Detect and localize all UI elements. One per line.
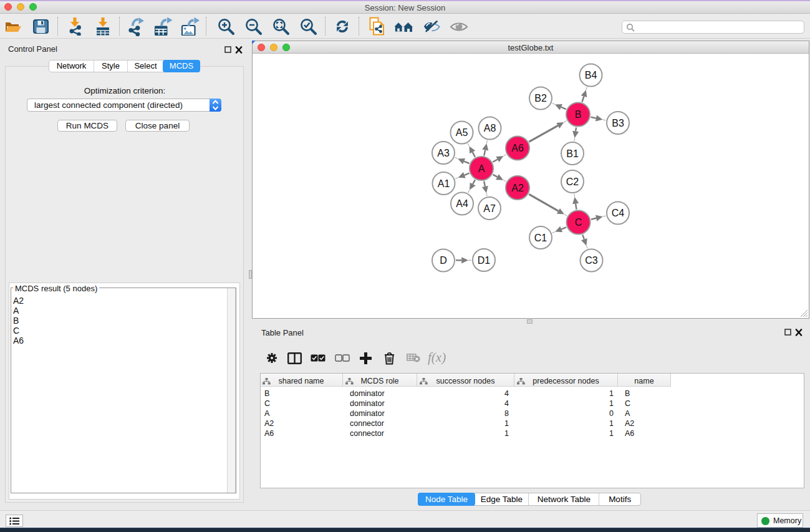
svg-text:B: B <box>575 109 582 120</box>
svg-text:A4: A4 <box>456 198 468 209</box>
svg-text:D: D <box>440 255 447 266</box>
svg-text:C: C <box>575 217 582 228</box>
svg-text:A2: A2 <box>511 183 524 193</box>
svg-text:C3: C3 <box>585 255 598 266</box>
svg-text:A: A <box>478 163 485 174</box>
svg-text:A7: A7 <box>483 203 496 214</box>
svg-text:A8: A8 <box>484 123 496 133</box>
svg-text:A6: A6 <box>511 143 524 153</box>
svg-text:B1: B1 <box>566 148 579 159</box>
svg-text:A1: A1 <box>438 178 450 189</box>
svg-text:D1: D1 <box>478 255 491 266</box>
svg-text:B2: B2 <box>534 93 547 104</box>
svg-text:B4: B4 <box>585 70 597 80</box>
svg-text:A3: A3 <box>437 148 450 158</box>
svg-text:B3: B3 <box>612 118 624 128</box>
svg-text:A5: A5 <box>456 127 468 138</box>
svg-text:C4: C4 <box>612 208 625 218</box>
svg-text:C2: C2 <box>566 177 579 187</box>
svg-text:C1: C1 <box>534 233 547 243</box>
